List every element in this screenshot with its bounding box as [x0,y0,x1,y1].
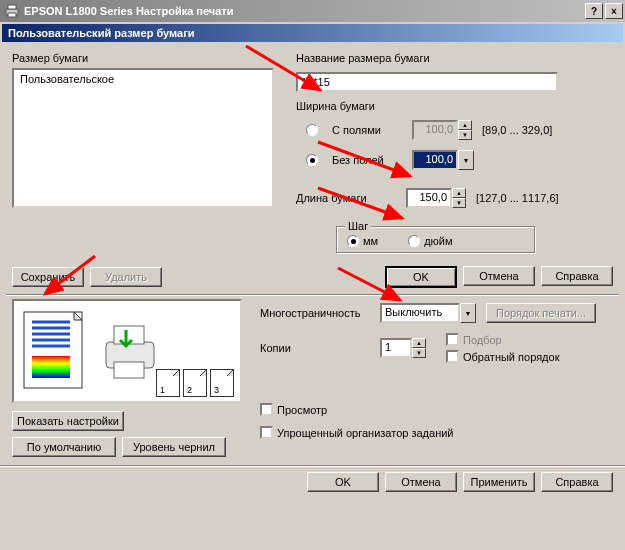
reverse-checkbox[interactable] [446,350,459,363]
list-item[interactable]: Пользовательское [18,72,268,86]
preview-box: 1 2 3 [12,299,242,403]
custom-size-panel: Размер бумаги Пользовательское Название … [0,44,625,292]
chevron-down-icon: ▼ [458,150,474,170]
cancel-button-main[interactable]: Отмена [385,472,457,492]
dialog-button-bar: OK Отмена Применить Справка [0,465,625,498]
size-name-label: Название размера бумаги [296,52,613,64]
window-title: EPSON L1800 Series Настройка печати [24,5,585,17]
spin-down-icon[interactable]: ▼ [452,198,466,208]
width-margins-range: [89,0 ... 329,0] [482,124,552,136]
show-settings-button[interactable]: Показать настройки [12,411,124,431]
unit-label: Шаг [345,220,371,232]
help-button[interactable]: ? [585,3,603,19]
borderless-label: Без полей [332,154,402,166]
document-preview-icon [20,308,90,394]
titlebar: EPSON L1800 Series Настройка печати ? × [0,0,625,22]
simple-org-checkbox[interactable] [260,426,273,439]
ok-button[interactable]: OK [385,266,457,288]
width-label: Ширина бумаги [296,100,613,112]
collate-checkbox[interactable] [446,333,459,346]
ok-button-main[interactable]: OK [307,472,379,492]
length-label: Длина бумаги [296,192,396,204]
page-order-button: Порядок печати... [486,303,596,323]
with-margins-label: С полями [332,124,402,136]
help-button-upper[interactable]: Справка [541,266,613,286]
collate-label: Подбор [463,334,502,346]
ink-levels-button[interactable]: Уровень чернил [122,437,226,457]
copies-spinner[interactable]: 1 ▲▼ [380,338,426,358]
page-order-icons: 1 2 3 [156,369,234,397]
spin-up-icon[interactable]: ▲ [452,188,466,198]
svg-rect-14 [32,356,70,378]
copies-label: Копии [260,342,370,354]
length-range: [127,0 ... 1117,6] [476,192,559,204]
cancel-button[interactable]: Отмена [463,266,535,286]
preview-label: Просмотр [277,404,327,416]
delete-button: Удалить [90,267,162,287]
paper-size-label: Размер бумаги [12,52,274,64]
borderless-radio[interactable] [306,154,318,166]
reverse-label: Обратный порядок [463,351,559,363]
svg-rect-1 [8,5,16,9]
mm-label: мм [363,235,378,247]
unit-fieldset: Шаг мм дюйм [336,226,536,254]
preview-checkbox[interactable] [260,403,273,416]
print-options-panel: 1 2 3 Показать настройки По умолчанию Ур… [0,295,625,465]
printer-icon [4,3,20,19]
inch-radio[interactable] [408,235,420,247]
help-button-main[interactable]: Справка [541,472,613,492]
section-header: Пользовательский размер бумаги [2,24,623,42]
svg-rect-2 [8,13,16,17]
size-name-input[interactable] [296,72,558,92]
multipage-label: Многостраничность [260,307,370,319]
with-margins-radio[interactable] [306,124,318,136]
paper-size-list[interactable]: Пользовательское [12,68,274,208]
close-button[interactable]: × [605,3,623,19]
chevron-down-icon: ▼ [460,303,476,323]
save-button[interactable]: Сохранить [12,267,84,287]
apply-button[interactable]: Применить [463,472,535,492]
defaults-button[interactable]: По умолчанию [12,437,116,457]
inch-label: дюйм [424,235,452,247]
length-spinner[interactable]: 150,0 ▲▼ [406,188,466,208]
width-margins-spinner: 100,0 ▲▼ [412,120,472,140]
simple-org-label: Упрощенный организатор заданий [277,427,454,439]
svg-rect-17 [114,362,144,378]
mm-radio[interactable] [347,235,359,247]
width-borderless-spinner[interactable]: 100,0 ▼ [412,150,474,170]
multipage-combo[interactable]: Выключить ▼ [380,303,476,323]
